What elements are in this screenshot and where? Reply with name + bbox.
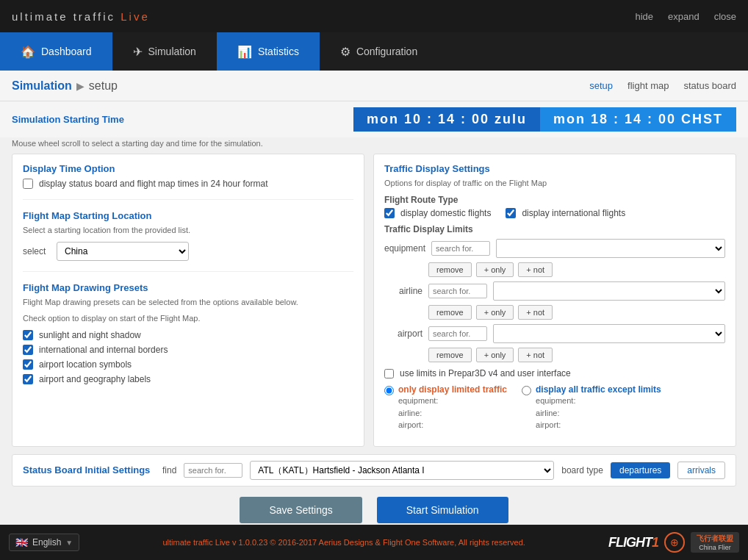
- save-settings-button[interactable]: Save Settings: [240, 497, 362, 523]
- airport-select[interactable]: ATL（KATL）Hartsfield - Jackson Atlanta I: [250, 461, 554, 480]
- preset-borders: international and internal borders: [23, 345, 353, 355]
- breadcrumb-simulation: Simulation: [12, 79, 72, 93]
- preset-airport-symbols: airport location symbols: [23, 359, 353, 370]
- nav-tabs: 🏠 Dashboard ✈ Simulation 📊 Statistics ⚙ …: [0, 32, 748, 71]
- use-limits-label: use limits in Prepar3D v4 and user inter…: [400, 368, 571, 378]
- radio-all-except-label: display all traffic except limits: [536, 384, 661, 395]
- preset-airport-symbols-label: airport location symbols: [39, 359, 132, 370]
- preset-geography-label: airport and geography labels: [39, 374, 151, 384]
- equipment-btn-row: remove + only + not: [428, 262, 725, 277]
- china-flier-badge: 飞行者联盟 China Flier: [691, 532, 739, 553]
- preset-borders-checkbox[interactable]: [23, 345, 33, 355]
- arrivals-button[interactable]: arrivals: [677, 462, 725, 479]
- airport-dropdown[interactable]: [493, 324, 725, 343]
- domestic-label: display domestic flights: [400, 208, 491, 218]
- traffic-display-title: Traffic Display Settings: [384, 163, 725, 174]
- domestic-checkbox[interactable]: [384, 208, 395, 218]
- footer-left: 🇬🇧 English ▼: [9, 534, 79, 551]
- radio-limited-label: only display limited traffic: [398, 384, 507, 395]
- equipment-not-btn[interactable]: + not: [518, 262, 553, 277]
- limits-title: Traffic Display Limits: [384, 224, 725, 234]
- tab-dashboard-label: Dashboard: [41, 46, 92, 57]
- sub-nav: Simulation ▶ setup setup flight map stat…: [0, 71, 748, 101]
- radio-limited[interactable]: [384, 386, 394, 395]
- radio-limited-option: only display limited traffic equipment: …: [384, 384, 507, 431]
- flight1-logo: FLIGHT1: [608, 535, 658, 550]
- status-search-input[interactable]: [184, 463, 242, 478]
- breadcrumb-arrow: ▶: [76, 80, 84, 92]
- location-dropdown[interactable]: China United States Europe Australia Jap…: [57, 242, 189, 261]
- preset-geography-checkbox[interactable]: [23, 374, 33, 384]
- breadcrumb: Simulation ▶ setup: [12, 79, 118, 93]
- time-zulu: mon 10 : 14 : 00 zulu: [353, 107, 540, 132]
- radio-options: only display limited traffic equipment: …: [384, 384, 725, 431]
- language-selector[interactable]: 🇬🇧 English ▼: [9, 534, 79, 551]
- international-label: display international flights: [522, 208, 625, 218]
- radio-all-except[interactable]: [522, 386, 531, 395]
- home-icon: 🏠: [21, 45, 35, 59]
- preset-airport-symbols-checkbox[interactable]: [23, 359, 33, 370]
- main-content: Display Time Option display status board…: [0, 148, 748, 526]
- tab-dashboard[interactable]: 🏠 Dashboard: [0, 32, 112, 71]
- airport-remove-btn[interactable]: remove: [428, 348, 472, 362]
- close-button[interactable]: close: [714, 11, 736, 22]
- start-simulation-button[interactable]: Start Simulation: [377, 497, 508, 523]
- footer-copyright: ultimate traffic Live v 1.0.0.23 © 2016-…: [79, 538, 608, 547]
- airline-dropdown[interactable]: [493, 281, 725, 301]
- airport-not-btn[interactable]: + not: [518, 348, 553, 362]
- subnav-flightmap-link[interactable]: flight map: [627, 80, 669, 91]
- drawing-presets-desc2: Check option to display on start of the …: [23, 314, 353, 323]
- tab-simulation[interactable]: ✈ Simulation: [112, 32, 217, 71]
- airline-only-btn[interactable]: + only: [476, 305, 514, 320]
- display-time-check-label: display status board and flight map time…: [39, 179, 268, 189]
- display-time-checkbox[interactable]: [23, 179, 33, 189]
- subnav-setup-link[interactable]: setup: [589, 80, 613, 91]
- airline-remove-btn[interactable]: remove: [428, 305, 472, 320]
- drawing-presets-desc1: Flight Map drawing presets can be select…: [23, 298, 353, 306]
- equipment-only-btn[interactable]: + only: [476, 262, 514, 277]
- time-bar: Simulation Starting Time mon 10 : 14 : 0…: [0, 101, 748, 137]
- traffic-display-desc: Options for display of traffic on the Fl…: [384, 179, 725, 187]
- tab-simulation-label: Simulation: [148, 46, 196, 57]
- tab-statistics[interactable]: 📊 Statistics: [217, 32, 320, 71]
- sub-nav-links: setup flight map status board: [589, 80, 736, 91]
- equipment-row: equipment: [384, 239, 725, 258]
- airline-search[interactable]: [428, 284, 487, 298]
- sim-starting-time-label: Simulation Starting Time: [12, 114, 124, 125]
- hide-button[interactable]: hide: [635, 11, 653, 22]
- drawing-presets-list: sunlight and night shadow international …: [23, 330, 353, 384]
- stats-icon: 📊: [237, 45, 252, 59]
- language-label: English: [32, 537, 61, 548]
- all-except-sub-info: equipment: airline: airport:: [536, 395, 661, 431]
- status-board-title: Status Board Initial Settings: [23, 464, 155, 475]
- tab-configuration[interactable]: ⚙ Configuration: [320, 32, 438, 71]
- titlebar: ultimate traffic Live hide expand close: [0, 0, 748, 32]
- route-type-title: Flight Route Type: [384, 195, 725, 205]
- action-buttons: Save Settings Start Simulation: [12, 492, 736, 526]
- preset-borders-label: international and internal borders: [39, 345, 168, 355]
- preset-sunlight-checkbox[interactable]: [23, 330, 33, 340]
- flight-map-desc: Select a starting location from the prov…: [23, 226, 353, 234]
- route-type-row: display domestic flights display interna…: [384, 208, 725, 218]
- departures-button[interactable]: departures: [611, 462, 670, 478]
- lang-chevron-icon: ▼: [65, 539, 73, 547]
- airport-only-btn[interactable]: + only: [476, 348, 514, 362]
- radio-all-except-option: display all traffic except limits equipm…: [522, 384, 661, 431]
- globe-icon: ⊕: [664, 532, 685, 553]
- airport-search[interactable]: [428, 326, 487, 341]
- expand-button[interactable]: expand: [668, 11, 700, 22]
- subnav-statusboard-link[interactable]: status board: [683, 80, 736, 91]
- equipment-label: equipment: [384, 243, 425, 254]
- sim-time-desc: Mouse wheel scroll to select a starting …: [0, 137, 748, 148]
- display-time-check-row: display status board and flight map time…: [23, 179, 353, 189]
- equipment-search[interactable]: [431, 241, 490, 256]
- limited-sub-info: equipment: airline: airport:: [398, 395, 507, 431]
- international-checkbox[interactable]: [506, 208, 516, 218]
- preset-sunlight: sunlight and night shadow: [23, 330, 353, 340]
- equipment-remove-btn[interactable]: remove: [428, 262, 472, 277]
- use-limits-checkbox[interactable]: [384, 369, 394, 378]
- app-title-live: Live: [121, 10, 150, 23]
- airline-not-btn[interactable]: + not: [518, 305, 553, 320]
- equipment-dropdown[interactable]: [496, 239, 725, 258]
- location-select-row: select China United States Europe Austra…: [23, 242, 353, 261]
